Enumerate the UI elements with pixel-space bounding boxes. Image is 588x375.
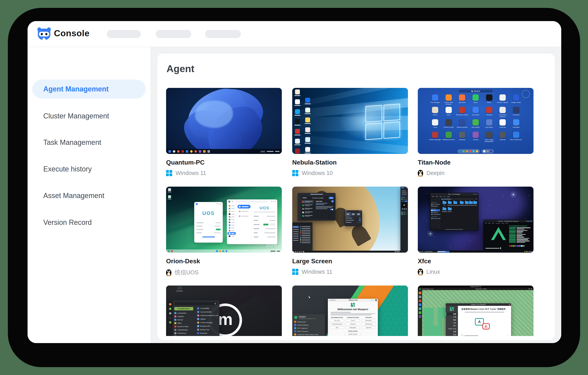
installer-step: 位置	[446, 316, 458, 319]
agent-card-partial-2[interactable]: ⌂ German ▾ Manjaro Hello ✦ ⌄ ^✕ Willkomm…	[292, 286, 408, 336]
file-manager-window: terry - File Manager FileEditViewGoHelp …	[430, 193, 478, 231]
desktop-icon	[295, 149, 301, 154]
windows-logo-glow	[366, 104, 400, 140]
desktop-icon	[305, 117, 311, 124]
launcher-app: Album	[428, 107, 442, 117]
launcher-app: Terminal	[482, 107, 496, 117]
hello-button: Chatroom	[346, 323, 360, 325]
agent-card-xfce[interactable]: terry - File Manager FileEditViewGoHelp …	[418, 187, 534, 275]
sidebar-item-execute-history[interactable]: Execute history	[32, 160, 146, 178]
sidebar-place: terry	[431, 209, 440, 211]
launcher-app: Calculator	[509, 119, 523, 130]
menu-search-input	[174, 302, 218, 305]
agent-name: Quantum-PC	[166, 159, 282, 166]
launcher-app: Additional Drivers	[442, 132, 456, 142]
dock	[458, 149, 494, 153]
menu-category: Office	[174, 322, 195, 324]
budgie-side-panel: ✕	[400, 187, 408, 253]
dock	[418, 290, 422, 336]
installer-step: 用户	[446, 324, 458, 327]
menu-category: Places	[174, 336, 195, 336]
agent-os-row: 统信UOS	[166, 269, 282, 276]
sidebar-place: File System	[431, 203, 440, 205]
section-header: INSTALLATION	[328, 331, 378, 332]
agent-os-row: Linux	[418, 269, 534, 275]
menu-bar-title: Install Manjaro Linux	[422, 288, 433, 290]
sidebar-item-cluster-management[interactable]: Cluster Management	[32, 107, 146, 125]
menu-entry: Bluetooth	[197, 332, 218, 334]
menu-item: File	[432, 196, 434, 197]
agent-card-partial-1[interactable]: m Computer All Applications AccessoriesG…	[166, 286, 282, 336]
launcher-app: System Monitor	[455, 119, 469, 130]
deepin-watermark	[522, 90, 530, 98]
search-icon	[214, 303, 216, 304]
agent-card-nebula-station[interactable]: Nebula-Station Windows 10	[292, 88, 408, 176]
desktop-icon	[305, 137, 311, 144]
launcher-app: File Manager	[428, 94, 442, 105]
budgie-colosseum-desktop: Choose a pluginAdd	[292, 187, 408, 253]
agent-os-label: Windows 10	[302, 170, 333, 176]
windows11-bloom-wallpaper: ENG	[166, 88, 282, 154]
launcher-app: IBus Preferences	[509, 132, 523, 142]
desktop-icon-computer: Computer	[173, 287, 186, 292]
session-icon	[169, 303, 171, 305]
installer-step: 欢迎	[446, 312, 458, 316]
section-header: UNTERSTÜTZUNG	[346, 317, 360, 318]
taskbar	[292, 251, 400, 253]
installer-step: 安装	[446, 333, 458, 336]
launcher-app: App Store	[455, 94, 469, 105]
dock-icon	[419, 299, 421, 302]
taskbar	[418, 251, 534, 253]
agent-card-partial-3[interactable]: manjaro-gnome-20 Install Manjaro Linux M…	[418, 286, 534, 336]
installer-steps: 欢迎位置键盘分区用户Office Suite摘要安装结束	[446, 306, 458, 336]
menu-entry: Advanced Network Configu...	[197, 315, 218, 317]
launcher-app: Log Viewer	[482, 119, 496, 130]
menu-entry: Account details	[197, 311, 218, 313]
installer-step: Office Suite	[446, 327, 458, 330]
agent-os-row: Windows 11	[166, 170, 282, 176]
agent-thumbnail: Choose a pluginAdd	[292, 187, 408, 253]
agent-card-orion-desk[interactable]: U UOS	[166, 187, 282, 276]
agent-os-label: Deepin	[426, 170, 445, 176]
deepin-launcher: Search File ManagerFirefox Web BrowserAp…	[418, 88, 534, 154]
desktop-icon	[295, 139, 301, 145]
sidebar-item-version-record[interactable]: Version Record	[32, 213, 146, 232]
sidebar-item-asset-management[interactable]: Asset Management	[32, 186, 146, 205]
dock-icon	[419, 308, 421, 310]
agent-os-label: 统信UOS	[175, 269, 199, 276]
agent-thumbnail: manjaro-gnome-20 Install Manjaro Linux M…	[418, 286, 534, 336]
agent-thumbnail: Search File ManagerFirefox Web BrowserAp…	[418, 88, 534, 154]
installer-step: 摘要	[446, 330, 458, 333]
content-area: Agent ENG Quantum-PC Windows 11	[151, 47, 561, 343]
agent-thumbnail: U UOS	[166, 187, 282, 253]
folder-icon: Videos	[448, 208, 452, 212]
launcher-app: Cheese	[469, 132, 483, 142]
windows-icon	[292, 269, 298, 275]
sidebar-item-task-management[interactable]: Task Management	[32, 133, 146, 152]
menu-item: Tabs	[502, 223, 504, 224]
session-icon	[169, 321, 171, 324]
agent-card-large-screen[interactable]: Choose a pluginAdd	[292, 187, 408, 275]
installer-step: 分区	[446, 321, 458, 324]
sidebar-place: PLACES	[431, 208, 440, 209]
agent-card-titan-node[interactable]: Search File ManagerFirefox Web BrowserAp…	[418, 88, 534, 176]
installer-heading: 欢迎使用 Manjaro Linux 20.0 "Lysia" 安装程序。	[460, 308, 509, 310]
windows-icon	[166, 170, 172, 176]
session-icon	[169, 317, 171, 319]
agent-card-quantum-pc[interactable]: ENG Quantum-PC Windows 11	[166, 88, 282, 176]
sidebar-item-agent-management[interactable]: Agent Management	[32, 80, 146, 99]
plugin-name: Calendar	[316, 200, 333, 202]
xfce-desktop: terry - File Manager FileEditViewGoHelp …	[418, 187, 534, 253]
launcher-app: Draw	[442, 107, 456, 117]
dock-icon	[419, 292, 421, 294]
gnome-top-bar: manjaro-gnome-20	[418, 286, 534, 288]
linux-tux-icon	[166, 269, 171, 276]
menu-entry: Webbrowser	[294, 321, 323, 323]
dock-icon	[419, 303, 421, 306]
desktop-icons	[295, 89, 301, 154]
linux-mint-desktop: m Computer All Applications AccessoriesG…	[166, 286, 282, 336]
menu-entry: IRC-Programm	[294, 327, 323, 329]
manjaro-logo	[351, 303, 355, 307]
launcher-app: Calendar	[496, 119, 509, 130]
launcher-app: Trash	[428, 119, 442, 130]
